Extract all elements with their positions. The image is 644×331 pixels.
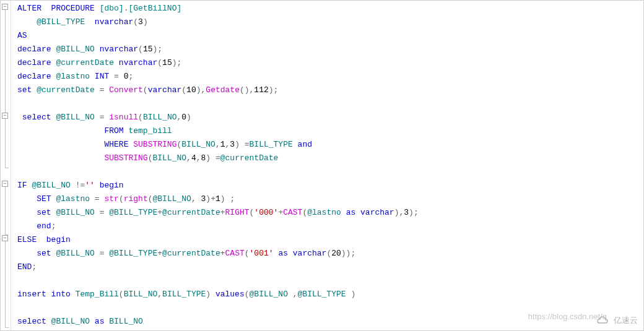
- code-line: [17, 97, 643, 111]
- fold-guide: [5, 10, 6, 113]
- fold-end: [5, 327, 9, 328]
- code-line: end;: [17, 220, 643, 233]
- code-line: END;: [17, 260, 643, 274]
- code-line: set @BILL_NO = @BILL_TYPE+@currentDate+C…: [17, 247, 643, 260]
- fold-toggle-icon[interactable]: −: [2, 113, 8, 119]
- code-line: ELSE begin: [17, 233, 643, 247]
- code-line: @BILL_TYPE nvarchar(3): [17, 15, 643, 29]
- code-line: WHERE SUBSTRING(BILL_NO,1,3) =BILL_TYPE …: [17, 138, 643, 152]
- fold-toggle-icon[interactable]: −: [2, 235, 8, 241]
- code-line: set @BILL_NO = @BILL_TYPE+@currentDate+R…: [17, 206, 643, 220]
- fold-toggle-icon[interactable]: −: [2, 181, 8, 187]
- fold-gutter: −−−−: [1, 1, 11, 330]
- fold-toggle-icon[interactable]: −: [2, 4, 8, 10]
- code-line: ALTER PROCEDURE [dbo].[GetBillNO]: [17, 2, 643, 15]
- code-editor: −−−− ALTER PROCEDURE [dbo].[GetBillNO] @…: [0, 0, 644, 331]
- fold-end: [5, 168, 9, 168]
- code-line: AS: [17, 29, 643, 43]
- code-line: [17, 301, 643, 315]
- code-line: SUBSTRING(BILL_NO,4,8) =@currentDate: [17, 152, 643, 165]
- fold-guide: [5, 187, 6, 235]
- code-line: select @BILL_NO as BILL_NO: [17, 315, 643, 329]
- code-line: declare @currentDate nvarchar(15);: [17, 56, 643, 70]
- fold-guide: [5, 241, 6, 328]
- code-line: [17, 274, 643, 288]
- code-line: FROM temp_bill: [17, 124, 643, 138]
- fold-end: [5, 234, 9, 235]
- code-line: set @currentDate = Convert(varchar(10),G…: [17, 84, 643, 97]
- code-area: ALTER PROCEDURE [dbo].[GetBillNO] @BILL_…: [11, 1, 643, 330]
- code-line: insert into Temp_Bill(BILL_NO,BILL_TYPE)…: [17, 288, 643, 301]
- code-line: select @BILL_NO = isnull(BILL_NO,0): [17, 111, 643, 124]
- code-line: declare @lastno INT = 0;: [17, 70, 643, 84]
- code-line: declare @BILL_NO nvarchar(15);: [17, 43, 643, 56]
- fold-guide: [5, 119, 6, 168]
- code-line: IF @BILL_NO !='' begin: [17, 179, 643, 192]
- code-line: SET @lastno = str(right(@BILL_NO, 3)+1) …: [17, 192, 643, 206]
- code-line: [17, 165, 643, 179]
